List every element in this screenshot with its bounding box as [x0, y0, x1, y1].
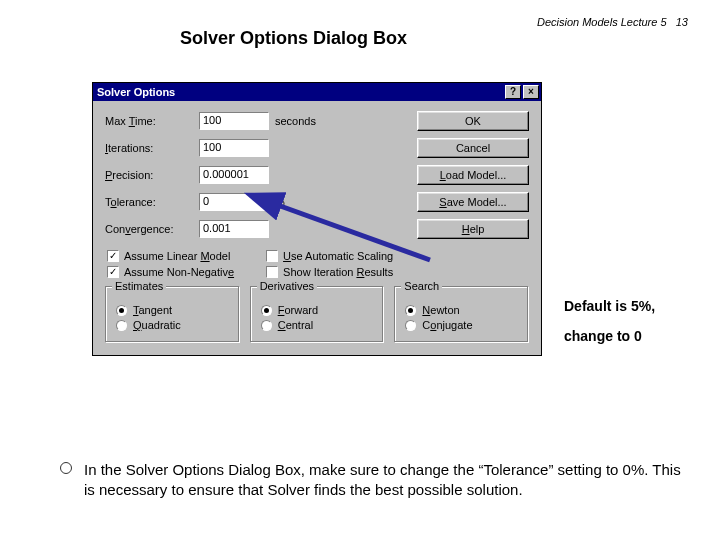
header-text: Decision Models Lecture 5 — [537, 16, 667, 28]
checkbox-icon: ✓ — [107, 250, 119, 262]
central-radio[interactable]: Central — [261, 319, 374, 331]
maxtime-unit: seconds — [275, 115, 327, 127]
tolerance-unit: % — [275, 196, 327, 208]
forward-radio[interactable]: Forward — [261, 304, 374, 316]
footnote-text: In the Solver Options Dialog Box, make s… — [84, 460, 690, 499]
precision-label: Precision: — [105, 169, 199, 181]
derivatives-legend: Derivatives — [257, 280, 317, 292]
derivatives-group: Derivatives Forward Central — [250, 286, 385, 343]
show-iteration-checkbox[interactable]: Show Iteration Results — [266, 266, 393, 278]
footnote: In the Solver Options Dialog Box, make s… — [60, 460, 690, 499]
titlebar-text: Solver Options — [97, 86, 175, 98]
help-button[interactable]: Help — [417, 219, 529, 239]
estimates-group: Estimates Tangent Quadratic — [105, 286, 240, 343]
bullet-icon — [60, 462, 72, 474]
checkbox-icon: ✓ — [107, 266, 119, 278]
solver-options-dialog: Solver Options ? × Max Time: 100 seconds… — [92, 82, 542, 356]
titlebar[interactable]: Solver Options ? × — [93, 83, 541, 101]
quadratic-radio[interactable]: Quadratic — [116, 319, 229, 331]
iterations-label: Iterations: — [105, 142, 199, 154]
close-icon[interactable]: × — [523, 85, 539, 99]
ok-button[interactable]: OK — [417, 111, 529, 131]
annotation-line1: Default is 5%, — [564, 298, 655, 314]
convergence-label: Convergence: — [105, 223, 199, 235]
cancel-button[interactable]: Cancel — [417, 138, 529, 158]
maxtime-label: Max Time: — [105, 115, 199, 127]
precision-input[interactable]: 0.000001 — [199, 166, 269, 184]
auto-scaling-checkbox[interactable]: Use Automatic Scaling — [266, 250, 393, 262]
annotation-line2: change to 0 — [564, 328, 642, 344]
search-group: Search Newton Conjugate — [394, 286, 529, 343]
tolerance-label: Tolerance: — [105, 196, 199, 208]
header-page: 13 — [676, 16, 688, 28]
save-model-button[interactable]: Save Model... — [417, 192, 529, 212]
assume-nonneg-checkbox[interactable]: ✓ Assume Non-Negative — [107, 266, 234, 278]
iterations-input[interactable]: 100 — [199, 139, 269, 157]
newton-radio[interactable]: Newton — [405, 304, 518, 316]
load-model-button[interactable]: Load Model... — [417, 165, 529, 185]
tolerance-input[interactable]: 0 — [199, 193, 269, 211]
convergence-input[interactable]: 0.001 — [199, 220, 269, 238]
estimates-legend: Estimates — [112, 280, 166, 292]
page-header: Decision Models Lecture 5 13 — [537, 16, 688, 28]
assume-linear-checkbox[interactable]: ✓ Assume Linear Model — [107, 250, 234, 262]
help-icon[interactable]: ? — [505, 85, 521, 99]
conjugate-radio[interactable]: Conjugate — [405, 319, 518, 331]
maxtime-input[interactable]: 100 — [199, 112, 269, 130]
search-legend: Search — [401, 280, 442, 292]
page-title: Solver Options Dialog Box — [180, 28, 407, 49]
checkbox-icon — [266, 266, 278, 278]
checkbox-icon — [266, 250, 278, 262]
tangent-radio[interactable]: Tangent — [116, 304, 229, 316]
